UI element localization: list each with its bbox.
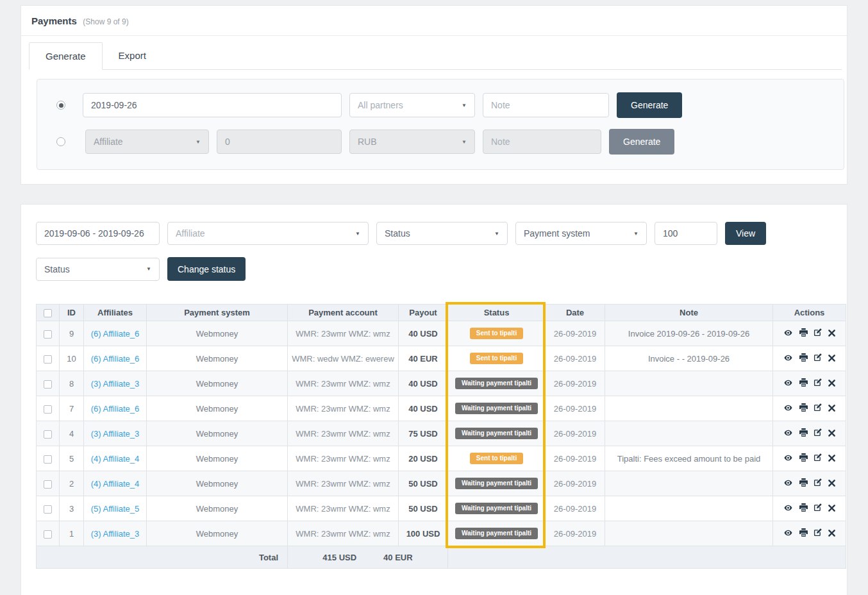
affiliate-link[interactable]: (6) Affiliate_6: [91, 329, 140, 339]
delete-icon[interactable]: [828, 354, 835, 364]
affiliate-filter-select[interactable]: Affiliate ▼: [167, 222, 369, 245]
payments-panel: Payments (Show 9 of 9) Generate Export A…: [21, 5, 847, 185]
view-icon[interactable]: [783, 479, 793, 489]
limit-input[interactable]: [655, 222, 717, 245]
payment-system-filter-select[interactable]: Payment system ▼: [515, 222, 647, 245]
print-icon[interactable]: [799, 528, 808, 539]
tab-export[interactable]: Export: [103, 42, 162, 69]
table-row: 9 (6) Affiliate_6 Webmoney WMR: 23wmr WM…: [37, 321, 846, 346]
amount-input[interactable]: [217, 130, 342, 154]
affiliate-link[interactable]: (6) Affiliate_6: [91, 354, 140, 364]
cell-id: 10: [60, 346, 84, 371]
delete-icon[interactable]: [828, 429, 835, 439]
generate-by-date-radio[interactable]: [56, 101, 65, 110]
cell-payment-account: WMR: 23wmr WMZ: wmz: [288, 496, 399, 521]
cell-status: Waiting payment tipalti: [448, 371, 546, 396]
row-checkbox[interactable]: [44, 430, 52, 439]
tab-generate[interactable]: Generate: [29, 42, 103, 70]
cell-note: Invoice 2019-09-26 - 2019-09-26: [605, 321, 773, 346]
edit-icon[interactable]: [814, 403, 822, 414]
view-icon[interactable]: [783, 354, 793, 364]
generate-note-input[interactable]: [483, 93, 609, 117]
date-range-input[interactable]: [36, 222, 160, 245]
edit-icon[interactable]: [814, 528, 822, 539]
edit-icon[interactable]: [814, 503, 822, 514]
print-icon[interactable]: [799, 503, 808, 514]
row-checkbox[interactable]: [44, 405, 52, 414]
print-icon[interactable]: [799, 453, 808, 464]
cell-checkbox: [37, 421, 60, 446]
view-icon[interactable]: [783, 529, 793, 539]
cell-actions: [773, 421, 846, 446]
delete-icon[interactable]: [828, 479, 835, 489]
partners-select[interactable]: All partners ▼: [349, 93, 475, 117]
generate-panel: All partners ▼ Generate Affiliate ▼ RUB …: [37, 79, 844, 170]
chevron-down-icon: ▼: [462, 103, 467, 108]
chevron-down-icon: ▼: [494, 231, 499, 237]
header-id: ID: [60, 305, 84, 321]
view-button[interactable]: View: [725, 222, 766, 245]
delete-icon[interactable]: [828, 504, 835, 514]
filter-row-2: Status ▼ Change status: [36, 257, 844, 281]
affiliate-link[interactable]: (4) Affiliate_4: [91, 454, 140, 464]
view-icon[interactable]: [783, 404, 793, 414]
view-icon[interactable]: [783, 329, 793, 339]
affiliate-link[interactable]: (6) Affiliate_6: [91, 404, 140, 414]
view-icon[interactable]: [783, 504, 793, 514]
cell-payout: 50 USD: [399, 496, 448, 521]
print-icon[interactable]: [799, 378, 808, 389]
row-checkbox[interactable]: [44, 380, 52, 389]
status-badge: Waiting payment tipalti: [455, 378, 538, 389]
print-icon[interactable]: [799, 403, 808, 414]
view-icon[interactable]: [783, 379, 793, 389]
print-icon[interactable]: [799, 353, 808, 364]
print-icon[interactable]: [799, 328, 808, 339]
delete-icon[interactable]: [828, 329, 835, 339]
view-icon[interactable]: [783, 454, 793, 464]
generate-by-affiliate-row: Affiliate ▼ RUB ▼ Generate: [37, 129, 844, 155]
cell-payout: 40 USD: [399, 396, 448, 421]
edit-icon[interactable]: [814, 453, 822, 464]
edit-icon[interactable]: [814, 378, 822, 389]
cell-payment-system: Webmoney: [147, 346, 288, 371]
edit-icon[interactable]: [814, 353, 822, 364]
currency-select[interactable]: RUB ▼: [349, 130, 475, 154]
status-change-select[interactable]: Status ▼: [36, 258, 160, 281]
print-icon[interactable]: [799, 478, 808, 489]
status-filter-select[interactable]: Status ▼: [376, 222, 508, 245]
table-row: 2 (4) Affiliate_4 Webmoney WMR: 23wmr WM…: [37, 471, 846, 496]
row-checkbox[interactable]: [44, 330, 52, 339]
view-icon[interactable]: [783, 429, 793, 439]
affiliate-link[interactable]: (3) Affiliate_3: [91, 429, 140, 439]
generate-note-input-2[interactable]: [483, 130, 601, 154]
cell-payment-account: WMR: 23wmr WMZ: wmz: [288, 421, 399, 446]
header-payment-account: Payment account: [288, 305, 399, 321]
edit-icon[interactable]: [814, 428, 822, 439]
delete-icon[interactable]: [828, 454, 835, 464]
affiliate-link[interactable]: (3) Affiliate_3: [91, 529, 140, 539]
delete-icon[interactable]: [828, 404, 835, 414]
change-status-button[interactable]: Change status: [167, 257, 246, 281]
affiliate-link[interactable]: (5) Affiliate_5: [91, 504, 140, 514]
row-checkbox[interactable]: [44, 455, 52, 464]
print-icon[interactable]: [799, 428, 808, 439]
row-checkbox[interactable]: [44, 355, 52, 364]
edit-icon[interactable]: [814, 328, 822, 339]
affiliate-link[interactable]: (4) Affiliate_4: [91, 479, 140, 489]
generate-button[interactable]: Generate: [617, 92, 682, 118]
affiliate-link[interactable]: (3) Affiliate_3: [91, 379, 140, 389]
cell-note: [605, 371, 773, 396]
edit-icon[interactable]: [814, 478, 822, 489]
row-checkbox[interactable]: [44, 505, 52, 514]
cell-affiliate: (3) Affiliate_3: [84, 521, 147, 546]
delete-icon[interactable]: [828, 379, 835, 389]
affiliate-select[interactable]: Affiliate ▼: [85, 130, 209, 154]
generate-date-input[interactable]: [83, 93, 342, 117]
delete-icon[interactable]: [828, 529, 835, 539]
select-all-checkbox[interactable]: [44, 309, 52, 317]
row-checkbox[interactable]: [44, 480, 52, 489]
generate-button-disabled[interactable]: Generate: [609, 129, 674, 155]
row-checkbox[interactable]: [44, 530, 52, 539]
generate-by-affiliate-radio[interactable]: [56, 137, 65, 146]
total-label: Total: [37, 546, 288, 569]
